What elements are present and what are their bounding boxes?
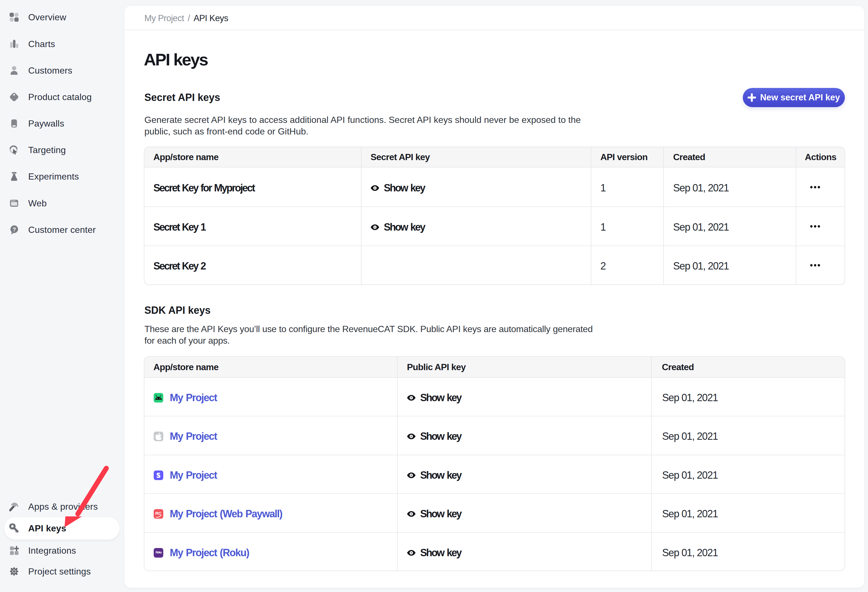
svg-text:Roku: Roku (156, 551, 162, 554)
svg-text:RC: RC (155, 511, 162, 515)
svg-text:?: ? (13, 226, 16, 233)
